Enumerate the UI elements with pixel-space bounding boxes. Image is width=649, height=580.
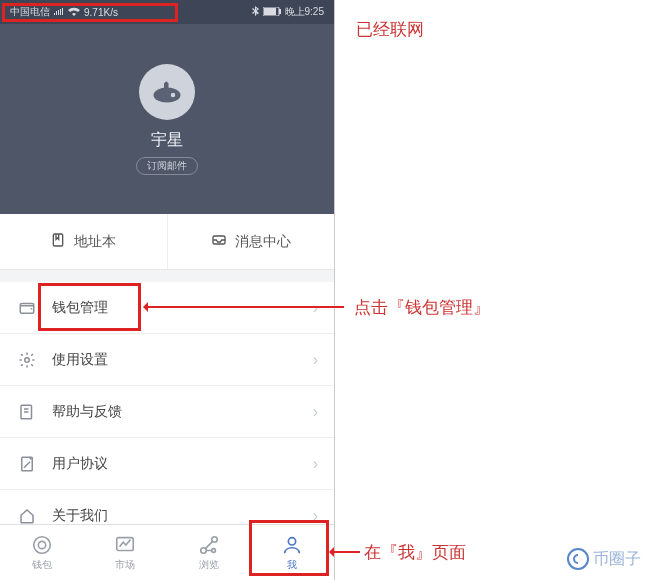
avatar[interactable] <box>139 64 195 120</box>
clock-label: 晚上9:25 <box>285 5 324 19</box>
wifi-icon <box>68 7 80 18</box>
about-label: 关于我们 <box>52 507 108 525</box>
person-icon <box>281 534 303 556</box>
watermark-logo-icon <box>567 548 589 570</box>
status-bar: 中国电信 9.71K/s 晚上9:25 <box>0 0 334 24</box>
agreement-label: 用户协议 <box>52 455 108 473</box>
tab-market[interactable]: 市场 <box>84 525 168 580</box>
settings-label: 使用设置 <box>52 351 108 369</box>
wallet-manage-label: 钱包管理 <box>52 299 108 317</box>
signal-icon <box>54 7 64 18</box>
net-speed: 9.71K/s <box>84 7 118 18</box>
svg-point-19 <box>289 537 296 544</box>
tab-market-label: 市场 <box>115 558 135 572</box>
home-icon <box>18 507 36 525</box>
message-center-label: 消息中心 <box>235 233 291 251</box>
annotation-arrow-me <box>332 551 360 553</box>
tab-bar: 钱包 市场 浏览 我 <box>0 524 334 580</box>
watermark-text: 币圈子 <box>593 549 641 570</box>
help-row[interactable]: 帮助与反馈 › <box>0 386 334 438</box>
bookmark-icon <box>50 232 66 251</box>
battery-icon <box>263 7 281 18</box>
tab-me-label: 我 <box>287 558 297 572</box>
document-icon <box>18 455 36 473</box>
watermark: 币圈子 <box>567 548 641 570</box>
help-icon <box>18 403 36 421</box>
chevron-right-icon: › <box>313 455 318 473</box>
tab-browse-label: 浏览 <box>199 558 219 572</box>
wallet-manage-row[interactable]: 钱包管理 › <box>0 282 334 334</box>
agreement-row[interactable]: 用户协议 › <box>0 438 334 490</box>
tab-wallet-label: 钱包 <box>32 558 52 572</box>
svg-point-10 <box>25 357 30 362</box>
nodes-icon <box>198 534 220 556</box>
svg-point-13 <box>34 536 51 553</box>
chevron-right-icon: › <box>313 351 318 369</box>
phone-screen: 中国电信 9.71K/s 晚上9:25 <box>0 0 335 580</box>
username-label: 宇星 <box>151 130 183 151</box>
coin-icon <box>31 534 53 556</box>
wallet-icon <box>18 299 36 317</box>
tab-me[interactable]: 我 <box>251 525 335 580</box>
quick-actions: 地址本 消息中心 <box>0 214 334 270</box>
chevron-right-icon: › <box>313 507 318 525</box>
message-center-button[interactable]: 消息中心 <box>167 214 335 269</box>
svg-point-4 <box>171 92 176 97</box>
svg-point-14 <box>38 541 45 548</box>
address-book-label: 地址本 <box>74 233 116 251</box>
annotation-label-networked: 已经联网 <box>356 18 424 41</box>
svg-rect-1 <box>264 8 276 15</box>
subscribe-button[interactable]: 订阅邮件 <box>136 157 198 175</box>
profile-header: 宇星 订阅邮件 <box>0 24 334 214</box>
svg-point-6 <box>165 81 168 84</box>
address-book-button[interactable]: 地址本 <box>0 214 167 269</box>
tab-browse[interactable]: 浏览 <box>167 525 251 580</box>
submarine-icon <box>149 74 185 110</box>
chevron-right-icon: › <box>313 299 318 317</box>
gear-icon <box>18 351 36 369</box>
chevron-right-icon: › <box>313 403 318 421</box>
section-gap <box>0 270 334 282</box>
bluetooth-icon <box>252 6 259 18</box>
inbox-icon <box>211 232 227 251</box>
chart-icon <box>114 534 136 556</box>
annotation-label-me: 在『我』页面 <box>364 541 466 564</box>
carrier-label: 中国电信 <box>10 5 50 19</box>
svg-point-18 <box>212 548 216 552</box>
help-label: 帮助与反馈 <box>52 403 122 421</box>
settings-row[interactable]: 使用设置 › <box>0 334 334 386</box>
tab-wallet[interactable]: 钱包 <box>0 525 84 580</box>
svg-rect-2 <box>279 9 281 14</box>
annotation-label-wallet: 点击『钱包管理』 <box>354 296 490 319</box>
